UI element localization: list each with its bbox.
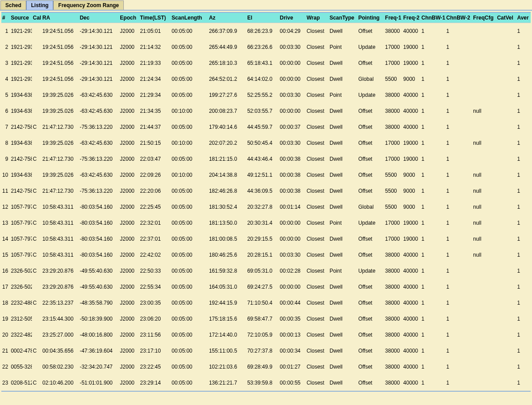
cell-f2: 9000: [402, 167, 421, 183]
cell-pt: Offset: [357, 23, 384, 39]
cell-src: 1921-293: [10, 39, 32, 55]
cell-dec: -48:35:58.790: [79, 295, 119, 311]
cell-av: 1: [516, 215, 531, 231]
hdr-source[interactable]: Source: [10, 13, 32, 23]
cell-cal: C: [32, 151, 42, 167]
cell-len: 00:05:00: [171, 295, 208, 311]
table-row[interactable]: 210002-478C00:04:35.656-47:36:19.604J200…: [1, 343, 531, 359]
hdr-pointing[interactable]: Pointing: [357, 13, 384, 23]
cell-f2: 9000: [402, 71, 421, 87]
cell-cv: [496, 375, 516, 391]
hdr-scanlen[interactable]: ScanLength: [171, 13, 208, 23]
table-row[interactable]: 141057-797C10:58:43.311-80:03:54.160J200…: [1, 231, 531, 247]
cell-ra: 21:47:12.730: [42, 119, 79, 135]
hdr-freq1[interactable]: Freq-1: [384, 13, 402, 23]
cell-lst: 21:05:01: [139, 23, 171, 39]
cell-st: Point: [329, 263, 358, 279]
table-row[interactable]: 192312-50523:15:44.300-50:18:39.900J2000…: [1, 311, 531, 327]
tab-bar: Sched Listing Frequency Zoom Range: [0, 0, 532, 11]
table-row[interactable]: 51934-638p19:39:25.026-63:42:45.630J2000…: [1, 87, 531, 103]
cell-lst: 21:19:33: [139, 55, 171, 71]
hdr-catvel[interactable]: CatVel: [496, 13, 516, 23]
cell-f2: 19000: [402, 39, 421, 55]
table-row[interactable]: 131057-797C10:58:43.311-80:03:54.160J200…: [1, 215, 531, 231]
cell-ep: J2000: [119, 231, 139, 247]
cell-cal: [32, 39, 42, 55]
cell-ep: J2000: [119, 311, 139, 327]
table-row[interactable]: 151057-797C10:58:43.311-80:03:54.160J200…: [1, 247, 531, 263]
table-row[interactable]: 72142-758C21:47:12.730-75:36:13.220J2000…: [1, 119, 531, 135]
cell-pt: Offset: [357, 183, 384, 199]
hdr-chnbw1[interactable]: ChnBW-1: [421, 13, 445, 23]
cell-cv: [496, 359, 516, 375]
cell-cv: [496, 167, 516, 183]
cell-pt: Offset: [357, 279, 384, 295]
tab-listing[interactable]: Listing: [26, 0, 53, 10]
cell-f1: 38000: [384, 327, 402, 343]
cell-wr: Closest: [306, 167, 329, 183]
hdr-cal[interactable]: Cal: [32, 13, 42, 23]
table-row[interactable]: 202322-48223:25:27.000-48:00:16.800J2000…: [1, 327, 531, 343]
table-row[interactable]: 172326-50223:29:20.876-49:55:40.630J2000…: [1, 279, 531, 295]
table-row[interactable]: 220055-32800:58:02.230-32:34:20.747J2000…: [1, 359, 531, 375]
cell-bw2: 1: [445, 327, 472, 343]
cell-len: 00:05:00: [171, 311, 208, 327]
table-row[interactable]: 61934-63819:39:25.026-63:42:45.630J20002…: [1, 103, 531, 119]
cell-bw1: 1: [421, 263, 445, 279]
hdr-ra[interactable]: RA: [42, 13, 79, 23]
hdr-epoch[interactable]: Epoch: [119, 13, 139, 23]
cell-av: 1: [516, 135, 531, 151]
hdr-freqcfg[interactable]: FreqCfg: [472, 13, 496, 23]
cell-src: 0055-328: [10, 359, 32, 375]
cell-pt: Offset: [357, 55, 384, 71]
hdr-idx[interactable]: #: [1, 13, 10, 23]
cell-src: 1934-638p: [10, 87, 32, 103]
table-row[interactable]: 81934-63819:39:25.026-63:42:45.630J20002…: [1, 135, 531, 151]
cell-f2: 40000: [402, 87, 421, 103]
cell-n: 15: [1, 247, 10, 263]
cell-st: Dwell: [329, 343, 358, 359]
cell-wr: Closest: [306, 87, 329, 103]
tab-sched[interactable]: Sched: [0, 0, 26, 10]
cell-bw2: 1: [445, 119, 472, 135]
cell-cv: [496, 215, 516, 231]
hdr-el[interactable]: El: [246, 13, 279, 23]
table-row[interactable]: 230208-512C02:10:46.200-51:01:01.900J200…: [1, 375, 531, 391]
table-row[interactable]: 121057-797C10:58:43.311-80:03:54.160J200…: [1, 199, 531, 215]
hdr-aver[interactable]: Aver: [516, 13, 531, 23]
hdr-lst[interactable]: Time(LST): [139, 13, 171, 23]
cell-dec: -47:36:19.604: [79, 343, 119, 359]
hdr-dec[interactable]: Dec: [79, 13, 119, 23]
cell-bw2: 1: [445, 39, 472, 55]
hdr-freq2[interactable]: Freq-2: [402, 13, 421, 23]
cell-ra: 10:58:43.311: [42, 231, 79, 247]
table-row[interactable]: 101934-63819:39:25.026-63:42:45.630J2000…: [1, 167, 531, 183]
hdr-chnbw2[interactable]: ChnBW-2: [445, 13, 472, 23]
table-row[interactable]: 92142-758C21:47:12.730-75:36:13.220J2000…: [1, 151, 531, 167]
cell-len: 00:05:00: [171, 23, 208, 39]
table-row[interactable]: 31921-29319:24:51.056-29:14:30.121J20002…: [1, 55, 531, 71]
table-row[interactable]: 21921-29319:24:51.056-29:14:30.121J20002…: [1, 39, 531, 55]
cell-az: 265:18:10.3: [208, 55, 246, 71]
cell-n: 6: [1, 103, 10, 119]
hdr-scantype[interactable]: ScanType: [329, 13, 358, 23]
table-row[interactable]: 182232-488C22:35:13.237-48:35:58.790J200…: [1, 295, 531, 311]
cell-fc: null: [472, 103, 496, 119]
hdr-drive[interactable]: Drive: [279, 13, 306, 23]
table-row[interactable]: 11921-29319:24:51.056-29:14:30.121J20002…: [1, 23, 531, 39]
hdr-az[interactable]: Az: [208, 13, 246, 23]
cell-cal: [32, 279, 42, 295]
tab-freq-zoom[interactable]: Frequency Zoom Range: [53, 0, 124, 10]
cell-bw1: 1: [421, 359, 445, 375]
cell-cv: [496, 247, 516, 263]
cell-cal: C: [32, 263, 42, 279]
hdr-wrap[interactable]: Wrap: [306, 13, 329, 23]
table-row[interactable]: 162326-502pC23:29:20.876-49:55:40.630J20…: [1, 263, 531, 279]
cell-av: 1: [516, 151, 531, 167]
cell-ra: 19:24:51.056: [42, 23, 79, 39]
table-row[interactable]: 112142-758C21:47:12.730-75:36:13.220J200…: [1, 183, 531, 199]
cell-f1: 17000: [384, 215, 402, 231]
cell-bw2: 1: [445, 343, 472, 359]
table-row[interactable]: 41921-29319:24:51.056-29:14:30.121J20002…: [1, 71, 531, 87]
cell-ep: J2000: [119, 375, 139, 391]
